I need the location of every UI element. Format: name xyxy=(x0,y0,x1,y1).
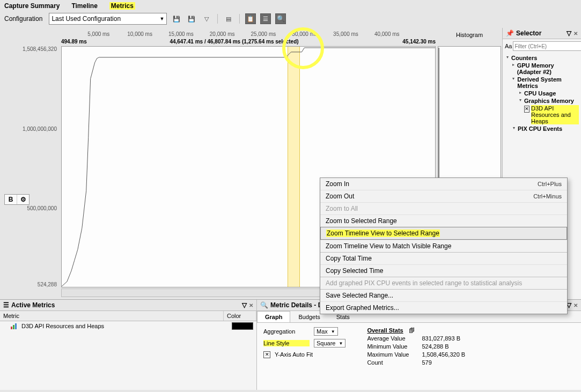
stat-max-value: 1,508,456,320 B xyxy=(422,351,465,358)
copy-stats-icon[interactable]: 🗐 xyxy=(409,327,415,334)
list-icon: ☰ xyxy=(3,301,9,309)
aggregation-combo[interactable]: Max▼ xyxy=(314,327,338,336)
ctx-export-graphed-metrics[interactable]: Export Graphed Metrics... xyxy=(320,301,567,314)
column-metric[interactable]: Metric xyxy=(0,311,224,321)
stat-count-label: Count xyxy=(367,359,416,366)
stat-count-value: 579 xyxy=(422,359,431,366)
ctx-zoom-out[interactable]: Zoom OutCtrl+Minus xyxy=(320,190,567,202)
ctx-copy-total-time[interactable]: Copy Total Time xyxy=(320,252,567,264)
tab-metrics[interactable]: Metrics xyxy=(109,2,135,10)
tab-timeline[interactable]: Timeline xyxy=(71,2,97,10)
stat-avg-value: 831,027,893 B xyxy=(422,335,460,342)
search-icon[interactable]: 🔍 xyxy=(275,13,286,24)
tree-pix-events[interactable]: PIX CPU Events xyxy=(518,125,562,132)
configuration-combo[interactable]: Last Used Configuration ▼ xyxy=(49,13,167,25)
dropdown-icon[interactable]: ▽ xyxy=(201,13,212,24)
chevron-down-icon: ▼ xyxy=(159,16,164,21)
configuration-value: Last Used Configuration xyxy=(52,15,121,23)
svg-rect-2 xyxy=(13,325,14,329)
budgets-toggle-button[interactable]: B xyxy=(5,195,17,204)
clipboard-icon[interactable]: 📋 xyxy=(245,13,256,24)
metric-icon xyxy=(11,323,18,329)
ctx-zoom-to-all: Zoom to All xyxy=(320,202,567,215)
line-style-combo[interactable]: Square▼ xyxy=(314,339,345,347)
column-color[interactable]: Color xyxy=(224,311,256,321)
checkbox-checked-icon[interactable]: ✕ xyxy=(524,106,529,113)
close-icon[interactable]: ✕ xyxy=(573,31,578,36)
selector-title: Selector xyxy=(516,29,541,37)
svg-rect-3 xyxy=(15,323,17,329)
histogram-title: Histogram xyxy=(438,32,501,38)
tree-derived[interactable]: Derived System Metrics xyxy=(517,76,579,89)
settings-button[interactable]: ⚙ xyxy=(17,195,29,204)
search-icon: 🔍 xyxy=(260,301,268,309)
ctx-add-statistical: Add graphed PIX CPU events in selected r… xyxy=(320,277,567,289)
separator xyxy=(217,14,218,24)
tree-gpu-memory[interactable]: GPU Memory (Adapter #2) xyxy=(517,62,579,75)
active-metrics-panel: ☰ Active Metrics ▽ ✕ Metric Color D3D AP… xyxy=(0,300,257,390)
ctx-zoom-timeline-to-selected[interactable]: Zoom Timeline View to Selected Range xyxy=(320,227,567,240)
pin-icon[interactable]: 📌 xyxy=(506,29,514,37)
configuration-label: Configuration xyxy=(4,15,42,23)
active-metric-row[interactable]: D3D API Resources and Heaps xyxy=(0,321,256,331)
aggregation-label: Aggregation xyxy=(263,328,310,335)
close-icon[interactable]: ✕ xyxy=(573,302,578,308)
ctx-zoom-to-selected[interactable]: Zoom to Selected Range xyxy=(320,215,567,227)
tree-d3d-api[interactable]: D3D API Resources and Heaps xyxy=(531,105,579,124)
tab-capture-summary[interactable]: Capture Summary xyxy=(4,2,60,10)
filter-input[interactable] xyxy=(513,41,581,51)
ctx-copy-selected-time[interactable]: Copy Selected Time xyxy=(320,264,567,277)
range-readout: 494.89 ms 44,647.41 ms / 46,807.84 ms (1… xyxy=(61,39,436,45)
active-metrics-header: Metric Color xyxy=(0,311,256,321)
stat-min-value: 524,288 B xyxy=(422,343,448,350)
context-menu: Zoom InCtrl+Plus Zoom OutCtrl+Minus Zoom… xyxy=(320,177,568,314)
tree-counters[interactable]: Counters xyxy=(511,55,537,61)
tree-graphics-memory[interactable]: Graphics Memory xyxy=(524,98,574,104)
subtab-graph[interactable]: Graph xyxy=(257,311,290,322)
yaxis-autofit-label: Y-Axis Auto Fit xyxy=(275,351,313,358)
line-style-label: Line Style xyxy=(263,340,310,346)
close-icon[interactable]: ✕ xyxy=(249,302,253,308)
color-swatch[interactable] xyxy=(232,322,253,330)
ctx-zoom-in[interactable]: Zoom InCtrl+Plus xyxy=(320,178,567,190)
tree-cpu-usage[interactable]: CPU Usage xyxy=(524,90,556,97)
notes-icon[interactable]: ▤ xyxy=(223,13,234,24)
stat-avg-label: Average Value xyxy=(367,335,416,342)
filter-label-icon: Aa xyxy=(505,43,512,49)
expand-icon[interactable]: ▽ xyxy=(242,301,247,309)
active-metric-name: D3D API Resources and Heaps xyxy=(21,323,104,329)
ctx-save-selected-range[interactable]: Save Selected Range... xyxy=(320,289,567,301)
separator xyxy=(239,14,240,24)
stat-max-label: Maximum Value xyxy=(367,351,416,358)
svg-rect-1 xyxy=(11,327,12,329)
yaxis-autofit-checkbox[interactable]: ✕ xyxy=(263,351,270,358)
save-icon[interactable]: 💾 xyxy=(171,13,182,24)
overall-stats-header: Overall Stats xyxy=(367,327,403,334)
ctx-zoom-timeline-match[interactable]: Zoom Timeline View to Match Visible Rang… xyxy=(320,240,567,252)
y-axis: 1,508,456,320 1,000,000,000 500,000,000 … xyxy=(0,46,59,287)
stat-min-label: Minimum Value xyxy=(367,343,416,350)
expand-icon[interactable]: ▽ xyxy=(567,29,571,37)
save-as-icon[interactable]: 💾 xyxy=(186,13,197,24)
list-icon[interactable]: ☰ xyxy=(260,13,271,24)
active-metrics-title: Active Metrics xyxy=(11,301,55,309)
